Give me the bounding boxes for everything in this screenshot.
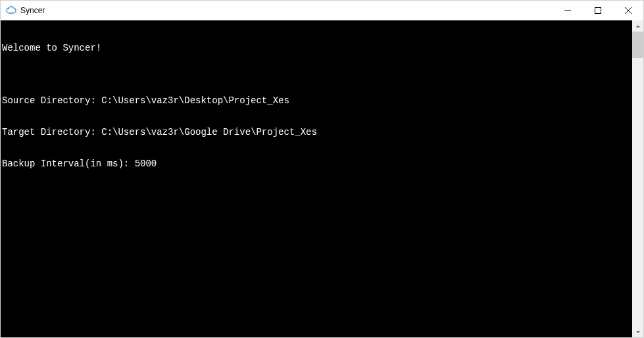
scroll-up-button[interactable] — [632, 20, 643, 32]
scroll-thumb[interactable] — [632, 32, 643, 58]
console-output[interactable]: Welcome to Syncer! Source Directory: C:\… — [1, 20, 632, 337]
vertical-scrollbar[interactable] — [632, 20, 643, 337]
close-button[interactable] — [613, 1, 643, 20]
console-line: Target Directory: C:\Users\vaz3r\Google … — [2, 127, 632, 137]
titlebar[interactable]: Syncer — [1, 1, 643, 20]
window-controls — [553, 1, 643, 20]
scroll-down-button[interactable] — [632, 326, 643, 337]
console-line: Source Directory: C:\Users\vaz3r\Desktop… — [2, 95, 632, 106]
minimize-button[interactable] — [553, 1, 583, 20]
content-area: Welcome to Syncer! Source Directory: C:\… — [1, 20, 643, 337]
scroll-track[interactable] — [632, 32, 643, 326]
app-icon — [6, 5, 16, 16]
console-line: Backup Interval(in ms): 5000 — [2, 158, 632, 169]
svg-rect-1 — [595, 8, 601, 14]
window-title: Syncer — [20, 6, 553, 15]
console-line: Welcome to Syncer! — [2, 43, 632, 53]
maximize-button[interactable] — [583, 1, 613, 20]
app-window: Syncer Welcome to Syncer! Source Directo… — [0, 0, 644, 338]
